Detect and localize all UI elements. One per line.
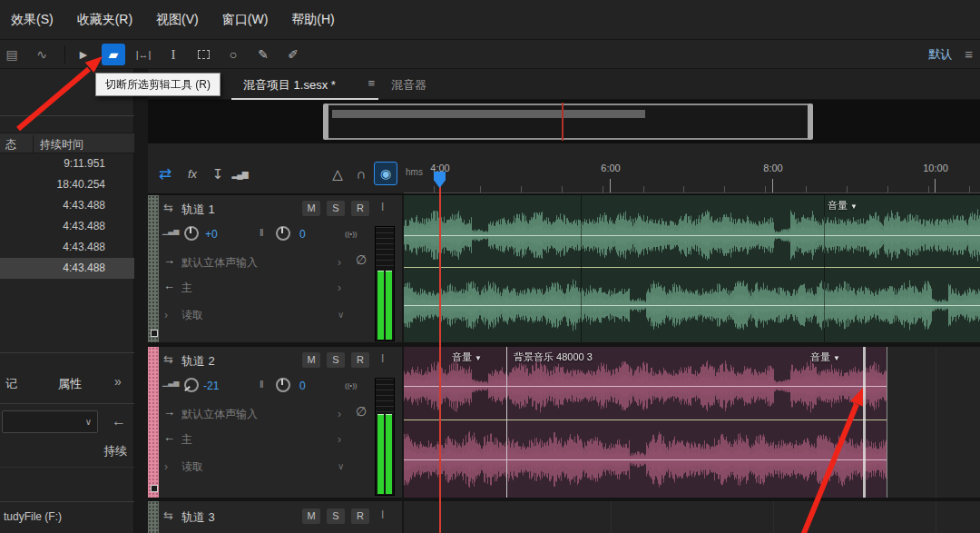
track3-color-strip[interactable] <box>148 501 159 533</box>
fx-rack-icon[interactable]: fx <box>181 163 203 185</box>
track1-mute-button[interactable]: M <box>302 201 320 216</box>
track1-output-select[interactable]: 主 <box>181 281 192 296</box>
drive-tree-item[interactable]: tudyFile (F:) <box>4 510 62 523</box>
ruler-unit-label: hms <box>406 167 423 177</box>
marquee-tool-icon[interactable] <box>191 44 215 65</box>
track2-volume-envelope[interactable] <box>404 419 887 420</box>
menu-favorites[interactable]: 收藏夹(R) <box>77 12 132 28</box>
major-tick <box>610 179 611 193</box>
chevron-down-icon: ∨ <box>338 461 344 472</box>
stereo-icon: ((•)) <box>345 381 357 390</box>
menu-effects[interactable]: 效果(S) <box>11 12 54 28</box>
markers-tab-partial[interactable]: 记 <box>5 376 17 392</box>
menu-view[interactable]: 视图(V) <box>156 12 199 28</box>
track3-input-monitor-button[interactable]: I <box>381 508 384 521</box>
loop-toggle-icon[interactable]: ⇄ <box>154 163 176 185</box>
viewport-right-handle[interactable] <box>808 104 813 140</box>
track2-input-monitor-button[interactable]: I <box>381 352 384 365</box>
track2-volume-knob[interactable] <box>184 378 199 392</box>
duration-row-selected[interactable]: 4:43.488 <box>0 258 134 279</box>
no-input-icon[interactable]: ∅ <box>356 404 367 419</box>
panel-menu-icon[interactable]: ≡ <box>368 76 375 90</box>
divider <box>0 352 134 353</box>
track1-clip-envelope-selector[interactable]: 音量 ▼ <box>828 199 858 212</box>
workspace-menu-icon[interactable]: ≡ <box>965 46 973 62</box>
track2-color-strip[interactable] <box>148 347 159 498</box>
clip-boundary <box>506 347 507 498</box>
brush-tool-icon[interactable]: ✎ <box>251 44 275 65</box>
column-divider[interactable] <box>33 135 34 153</box>
time-ruler[interactable]: hms 4:00 6:00 8:00 10:00 <box>404 154 980 194</box>
track3-mute-button[interactable]: M <box>302 508 320 524</box>
panel-icon[interactable]: ▤ <box>0 44 24 65</box>
track2-mute-button[interactable]: M <box>302 352 320 368</box>
levels-panel-icon[interactable]: ∿ <box>30 44 54 65</box>
track1-input-select[interactable]: 默认立体声输入 <box>181 255 334 271</box>
menu-help[interactable]: 帮助(H) <box>291 12 334 28</box>
time-selection-tool-icon[interactable]: I <box>162 44 185 65</box>
clip-right-edge[interactable] <box>887 347 887 498</box>
track2-arm-button[interactable]: R <box>351 352 369 368</box>
grid-line <box>936 501 936 533</box>
tab-properties[interactable]: 属性 <box>58 376 82 392</box>
track1-color-strip[interactable] <box>148 195 159 342</box>
clip-boundary <box>824 195 825 342</box>
razor-tool-icon[interactable]: ▰ <box>102 44 125 65</box>
divider <box>0 501 134 502</box>
track3-name[interactable]: 轨道 3 <box>181 509 215 526</box>
back-arrow-icon[interactable]: ← <box>109 410 129 432</box>
panel-gutter <box>134 69 148 533</box>
move-tool-icon[interactable]: ► <box>72 44 95 65</box>
track2-clip-title[interactable]: 背景音乐 48000 3 <box>514 350 593 364</box>
track1-name[interactable]: 轨道 1 <box>181 202 215 218</box>
track1-arm-button[interactable]: R <box>351 201 369 216</box>
preset-combobox[interactable]: ∨ <box>2 410 98 433</box>
dock-down-icon[interactable]: ↧ <box>207 163 229 185</box>
no-input-icon[interactable]: ∅ <box>356 252 367 267</box>
duration-row[interactable]: 9:11.951 <box>0 153 134 174</box>
chevron-right-icon: › <box>338 257 341 268</box>
slip-tool-icon[interactable]: |↔| <box>132 44 155 65</box>
duration-column-header[interactable]: 持续时间 <box>40 137 83 153</box>
magnet-snap-icon[interactable]: ∩ <box>350 163 372 185</box>
menu-window[interactable]: 窗口(W) <box>222 12 269 28</box>
track2-select-box[interactable] <box>151 485 158 492</box>
panel-overflow-icon[interactable]: » <box>114 374 122 389</box>
track3-solo-button[interactable]: S <box>327 508 345 524</box>
track2-output-select[interactable]: 主 <box>181 432 192 448</box>
overview-viewport[interactable] <box>325 104 811 140</box>
track1-solo-button[interactable]: S <box>327 201 345 216</box>
track1-automation-mode[interactable]: 读取 <box>181 308 203 323</box>
track2-left-clip-envelope-selector[interactable]: 音量 ▼ <box>452 350 482 364</box>
track2-pan-knob[interactable] <box>276 378 290 392</box>
status-column-header[interactable]: 态 <box>5 137 16 153</box>
track1-volume-knob[interactable] <box>184 226 199 241</box>
track2-automation-mode[interactable]: 读取 <box>181 459 203 475</box>
lasso-tool-icon[interactable]: ○ <box>221 44 245 65</box>
track3-lane[interactable] <box>404 501 980 533</box>
workspace-label[interactable]: 默认 <box>928 46 952 63</box>
track2-name[interactable]: 轨道 2 <box>181 353 215 370</box>
tab-multitrack-project[interactable]: 混音项目 1.sesx * ≡ <box>231 69 378 100</box>
duration-row[interactable]: 4:43.488 <box>0 216 134 237</box>
clip-edit-point[interactable] <box>863 347 866 498</box>
track2-input-select[interactable]: 默认立体声输入 <box>181 407 334 422</box>
track1-volume-envelope[interactable] <box>404 267 980 268</box>
monitor-toggle-button[interactable]: ◉ <box>374 162 397 185</box>
metering-icon[interactable]: ▂▄▆ <box>229 163 250 185</box>
track3-arm-button[interactable]: R <box>351 508 369 524</box>
viewport-left-handle[interactable] <box>323 104 328 140</box>
duration-row[interactable]: 18:40.254 <box>0 174 134 195</box>
duration-row[interactable]: 4:43.488 <box>0 195 134 216</box>
tab-mixer[interactable]: 混音器 <box>386 69 449 100</box>
track2-solo-button[interactable]: S <box>327 352 345 368</box>
metronome-icon[interactable]: △ <box>327 163 348 185</box>
duration-row[interactable]: 4:43.488 <box>0 237 134 258</box>
track1-pan-knob[interactable] <box>276 226 290 241</box>
track1-volume-value: +0 <box>205 228 218 241</box>
track1-select-box[interactable] <box>151 330 158 337</box>
track1-input-monitor-button[interactable]: I <box>381 201 384 213</box>
track2-right-clip-envelope-selector[interactable]: 音量 ▼ <box>810 350 840 364</box>
chevron-right-icon: › <box>164 310 168 321</box>
heal-tool-icon[interactable]: ✐ <box>281 44 305 65</box>
